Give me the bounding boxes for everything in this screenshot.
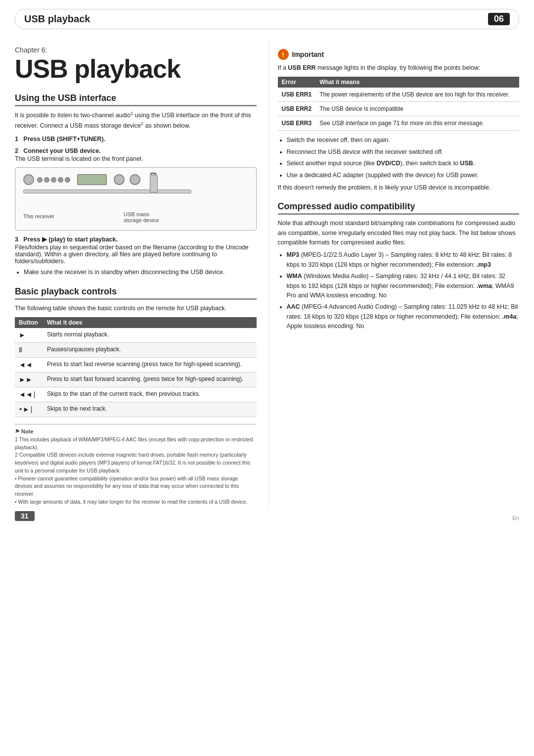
step2-body: The USB terminal is located on the front… bbox=[15, 155, 257, 162]
error-code-cell: USB ERR1 bbox=[278, 88, 316, 102]
step1-label: 1 Press USB (SHIFT+TUNER). bbox=[15, 136, 257, 142]
error-code-cell: USB ERR3 bbox=[278, 116, 316, 131]
compressed-bullet-item: MP3 (MPEG-1/2/2.5 Audio Layer 3) – Sampl… bbox=[287, 250, 520, 270]
important-footer: If this doesn't remedy the problem, it i… bbox=[278, 183, 520, 192]
note-line: 2 Compatible USB devices include externa… bbox=[15, 451, 257, 474]
step3-body: Files/folders play in sequential order b… bbox=[15, 244, 257, 265]
error-row: USB ERR3See USB interface on page 71 for… bbox=[278, 116, 520, 131]
error-desc-cell: The power requirements of the USB device… bbox=[315, 88, 519, 102]
button-cell: Ⅱ bbox=[15, 343, 43, 358]
error-col-error: Error bbox=[278, 77, 316, 88]
step2-label: 2 Connect your USB device. bbox=[15, 147, 257, 154]
important-bullet-item: Select another input source (like DVD/CD… bbox=[287, 159, 520, 168]
button-cell: ► bbox=[15, 328, 43, 343]
chapter-number-badge: 06 bbox=[488, 13, 510, 25]
important-icon: ! bbox=[278, 49, 289, 60]
error-table: Error What it means USB ERR1The power re… bbox=[278, 77, 520, 131]
table-row: ⅡPauses/unpauses playback. bbox=[15, 343, 257, 358]
important-box: ! Important If a USB ERR message lights … bbox=[278, 49, 520, 192]
diagram-receiver-label: This receiver bbox=[23, 213, 54, 223]
desc-cell: Skips to the start of the current track,… bbox=[43, 387, 256, 402]
page-number: 31 bbox=[15, 511, 35, 521]
step3-label: 3 Press ▶ (play) to start playback. bbox=[15, 236, 257, 243]
section2-intro: The following table shows the basic cont… bbox=[15, 304, 257, 313]
language-label: En bbox=[513, 515, 519, 521]
note-box: ⚑ Note 1 This includes playback of WMA/M… bbox=[15, 424, 257, 506]
desc-cell: Press to start fast reverse scanning (pr… bbox=[43, 358, 256, 373]
desc-cell: Starts normal playback. bbox=[43, 328, 256, 343]
receiver-diagram: This receiver USB massstorage device bbox=[15, 167, 257, 231]
note-line: • Pioneer cannot guarantee compatibility… bbox=[15, 475, 257, 498]
button-cell: ◄◄ bbox=[15, 358, 43, 373]
right-column: ! Important If a USB ERR message lights … bbox=[268, 39, 520, 506]
compressed-bullets: MP3 (MPEG-1/2/2.5 Audio Layer 3) – Sampl… bbox=[287, 250, 520, 331]
top-header-bar: USB playback 06 bbox=[15, 9, 519, 29]
note-title: ⚑ Note bbox=[15, 428, 34, 434]
important-bullet-item: Reconnect the USB device with the receiv… bbox=[287, 147, 520, 157]
error-code-cell: USB ERR2 bbox=[278, 102, 316, 116]
important-header: ! Important bbox=[278, 49, 520, 60]
chapter-label: Chapter 6: bbox=[15, 46, 257, 54]
error-col-meaning: What it means bbox=[315, 77, 519, 88]
compressed-bullet-item: AAC (MPEG-4 Advanced Audio Coding) – Sam… bbox=[287, 302, 520, 331]
diagram-usb-label: USB massstorage device bbox=[124, 211, 159, 223]
receiver-illustration bbox=[23, 173, 248, 195]
table-row: ◄◄Press to start fast reverse scanning (… bbox=[15, 358, 257, 373]
desc-cell: Pauses/unpauses playback. bbox=[43, 343, 256, 358]
main-content: Chapter 6: USB playback Using the USB in… bbox=[15, 29, 519, 506]
error-row: USB ERR1The power requirements of the US… bbox=[278, 88, 520, 102]
table-row: ◄◄∣Skips to the start of the current tra… bbox=[15, 387, 257, 402]
page-footer: 31 En bbox=[15, 511, 519, 521]
section-heading-usb-interface: Using the USB interface bbox=[15, 93, 257, 106]
table-col-button: Button bbox=[15, 317, 43, 328]
important-bullets: Switch the receiver off, then on again.R… bbox=[287, 136, 520, 180]
important-label: Important bbox=[292, 50, 324, 58]
left-column: Chapter 6: USB playback Using the USB in… bbox=[15, 34, 268, 506]
step3-bullet1: Make sure the receiver is in standby whe… bbox=[24, 268, 257, 277]
section-heading-playback-controls: Basic playback controls bbox=[15, 286, 257, 300]
note-line: 1 This includes playback of WMA/MP3/MPEG… bbox=[15, 436, 257, 452]
playback-controls-table: Button What it does ►Starts normal playb… bbox=[15, 317, 257, 417]
button-cell: ◄◄∣ bbox=[15, 387, 43, 402]
section-heading-compressed: Compressed audio compatibility bbox=[278, 201, 520, 215]
section1-body: It is possible to listen to two-channel … bbox=[15, 110, 257, 131]
compressed-intro: Note that although most standard bit/sam… bbox=[278, 219, 520, 247]
step3-bullets: Make sure the receiver is in standby whe… bbox=[24, 268, 257, 277]
important-bullet-item: Use a dedicated AC adapter (supplied wit… bbox=[287, 171, 520, 180]
page-title: USB playback bbox=[15, 55, 257, 83]
header-title: USB playback bbox=[24, 13, 90, 25]
table-row: ►►Press to start fast forward scanning. … bbox=[15, 373, 257, 387]
table-col-whatitdoes: What it does bbox=[43, 317, 256, 328]
button-cell: ►► bbox=[15, 373, 43, 387]
error-desc-cell: The USB device is incompatible bbox=[315, 102, 519, 116]
compressed-bullet-item: WMA (Windows Media Audio) – Sampling rat… bbox=[287, 272, 520, 300]
note-lines: 1 This includes playback of WMA/MP3/MPEG… bbox=[15, 436, 257, 506]
note-line: • With large amounts of data, it may tak… bbox=[15, 498, 257, 506]
table-row: ‣►∣Skips to the next track. bbox=[15, 402, 257, 417]
table-row: ►Starts normal playback. bbox=[15, 328, 257, 343]
button-cell: ‣►∣ bbox=[15, 402, 43, 417]
desc-cell: Skips to the next track. bbox=[43, 402, 256, 417]
important-bullet-item: Switch the receiver off, then on again. bbox=[287, 136, 520, 145]
error-desc-cell: See USB interface on page 71 for more on… bbox=[315, 116, 519, 131]
important-intro: If a USB ERR message lights in the displ… bbox=[278, 63, 520, 73]
error-row: USB ERR2The USB device is incompatible bbox=[278, 102, 520, 116]
desc-cell: Press to start fast forward scanning. (p… bbox=[43, 373, 256, 387]
